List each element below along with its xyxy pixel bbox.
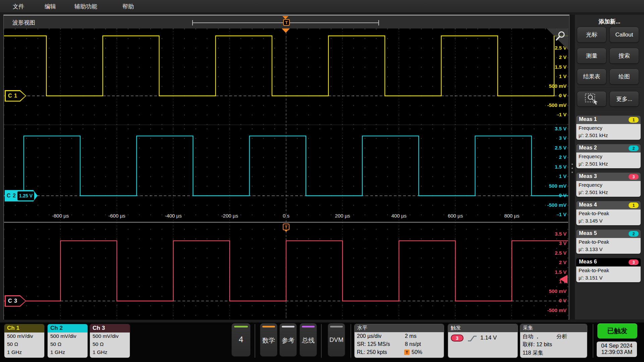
channel-badge-header: Ch 3 [90,324,130,333]
acquisition-count: 118 采集 [523,350,543,357]
horizontal-value: RL: 250 kpts [357,349,387,355]
measurement-type: Frequency [579,125,602,131]
measurement-type: Frequency [579,182,602,188]
time-axis-label: 400 µs [391,213,407,219]
menu-item-3[interactable]: 辅助功能 [74,3,97,10]
measurement-value: µ': 2.501 kHz [579,189,608,195]
measurement-name: Meas 6 [579,259,597,265]
channel-badge-settings: 500 mV/div50 Ω1 GHz [90,333,130,358]
measurement-body: Peak-to-Peakµ': 3.151 V [576,266,641,282]
magnifier-icon[interactable] [553,30,567,43]
measurement-card-4[interactable]: Meas 41Peak-to-Peakµ': 3.145 V [576,201,641,225]
waveform-view-title: 波形视图 [12,19,35,26]
measurement-body: Frequencyµ': 2.501 kHz [576,181,641,197]
trigger-position-arrow-icon[interactable] [282,16,288,19]
dvm-button[interactable]: DVM [328,323,345,357]
axis-label: 2 V [559,154,567,160]
divider [321,324,322,358]
measurement-value: µ': 3.151 V [579,275,603,281]
axis-label: 0 V [559,192,567,198]
trigger-position-badge[interactable]: T [283,19,290,26]
measurement-value: µ': 3.133 V [579,246,603,252]
channel-color-stripe [282,326,294,327]
menu-item-1[interactable]: 文件 [13,3,24,10]
add-new-panel: 添加新... 光标Callout测量搜索结果表绘图 更多... Meas 11F… [575,15,644,319]
menu-item-2[interactable]: 编辑 [45,3,56,10]
measurement-body: Peak-to-Peakµ': 3.145 V [576,209,641,225]
trigger-panel-header: 触发 [448,324,518,332]
channel-badge-header: Ch 1 [4,324,44,333]
time-axis-label: 600 µs [448,213,463,219]
measurement-card-1[interactable]: Meas 11Frequencyµ': 2.501 kHz [576,116,641,140]
divider [577,111,641,111]
measurement-body: Frequencyµ': 2.501 kHz [576,153,641,168]
reference-button[interactable]: 参考 [279,323,297,357]
zoom-select-button[interactable] [577,91,606,107]
measurement-type: Peak-to-Peak [579,210,609,216]
add-new-button-4[interactable]: 搜索 [609,48,639,64]
horizontal-value: 2 ms [405,333,417,339]
channel-setting: 500 mV/div [93,333,119,339]
triggered-status-button[interactable]: 已触发 [597,323,637,339]
add-new-button-6[interactable]: 绘图 [609,69,639,84]
axis-label: 0 V [559,298,567,303]
add-new-button-5[interactable]: 结果表 [577,69,606,84]
channel-setting: 50 Ω [50,341,61,347]
measurement-card-2[interactable]: Meas 22Frequencyµ': 2.501 kHz [576,144,641,168]
datetime-display: 04 Sep 2024 12:39:03 AM [597,342,637,357]
overview-left-bracket[interactable] [192,20,193,25]
measurement-header: Meas 11 [576,116,641,124]
axis-label: 500 mV [549,288,567,294]
measurement-name: Meas 3 [579,173,597,179]
measurement-value: µ': 3.145 V [579,218,603,224]
measurement-header: Meas 22 [576,144,641,153]
measurement-value: µ': 2.501 kHz [579,161,608,167]
channel-handle-3[interactable]: C 3 [5,295,26,307]
measurement-card-3[interactable]: Meas 33Frequencyµ': 2.501 kHz [576,173,641,197]
trigger-badge-pin-icon [284,230,288,232]
measurement-source-badge: 1 [629,202,639,208]
measurement-source-badge: 2 [629,231,639,237]
channel-badge-3[interactable]: Ch 3500 mV/div50 Ω1 GHz [90,324,130,358]
trigger-panel[interactable]: 触发 3 1.14 V [448,324,518,358]
plot-area[interactable]: 2.5 V2 V1.5 V1 V500 mV0 V-500 mV-1 V3.5 … [4,28,568,320]
math-button[interactable]: 数学 [260,323,277,357]
divider [255,324,255,358]
add-new-button-1[interactable]: 光标 [577,27,606,43]
add-new-button-3[interactable]: 测量 [577,48,606,64]
measurement-type: Peak-to-Peak [579,239,609,245]
axis-label: 1 V [559,279,567,284]
divider [577,88,641,88]
measurement-source-badge: 3 [629,259,639,265]
channel-badge-1[interactable]: Ch 1500 mV/div50 Ω1 GHz [4,324,44,358]
menu-item-4[interactable]: 帮助 [122,3,134,10]
time-axis-label: 800 µs [504,213,519,219]
axis-label: 1.5 V [555,164,567,170]
axis-label: -500 mV [547,102,567,108]
axis-label: 2 V [559,259,567,265]
add-new-button-2[interactable]: Callout [609,27,639,43]
measurement-card-6[interactable]: Meas 63Peak-to-Peakµ': 3.151 V [576,258,641,282]
time-axis-trigger-badge[interactable]: T [283,224,289,230]
divider [351,324,351,358]
add-channel-4-button[interactable]: 4 [231,323,251,357]
axis-label: 1.5 V [555,64,567,70]
channel-handle-2[interactable]: C 21.25 V [5,190,38,201]
measurement-card-5[interactable]: Meas 52Peak-to-Peakµ': 3.133 V [576,230,641,254]
axis-label: 3 V [559,240,567,246]
measurement-source-badge: 2 [629,145,639,151]
overview-right-bracket[interactable] [378,20,379,25]
bottom-bar: Ch 1500 mV/div50 Ω1 GHzCh 2500 mV/div50 … [0,322,644,362]
channel-badge-2[interactable]: Ch 2500 mV/div50 Ω1 GHz [48,324,88,358]
measurement-header: Meas 63 [576,258,641,266]
more-button[interactable]: 更多... [609,91,639,107]
axis-label: 500 mV [549,83,567,89]
acquisition-panel[interactable]: 采集 自动 ， 分析 取样: 12 bits 118 采集 [520,324,587,358]
bus-button[interactable]: 总线 [300,323,317,357]
trigger-top-arrow-icon[interactable] [282,28,290,33]
measurement-type: Peak-to-Peak [579,267,609,273]
channel-color-stripe [330,326,343,327]
channel-handle-1[interactable]: C 1 [5,90,26,102]
horizontal-panel[interactable]: 水平 200 µs/div2 msSR: 125 MS/s8 ns/ptRL: … [355,324,444,358]
panel-splitter[interactable] [570,15,575,319]
